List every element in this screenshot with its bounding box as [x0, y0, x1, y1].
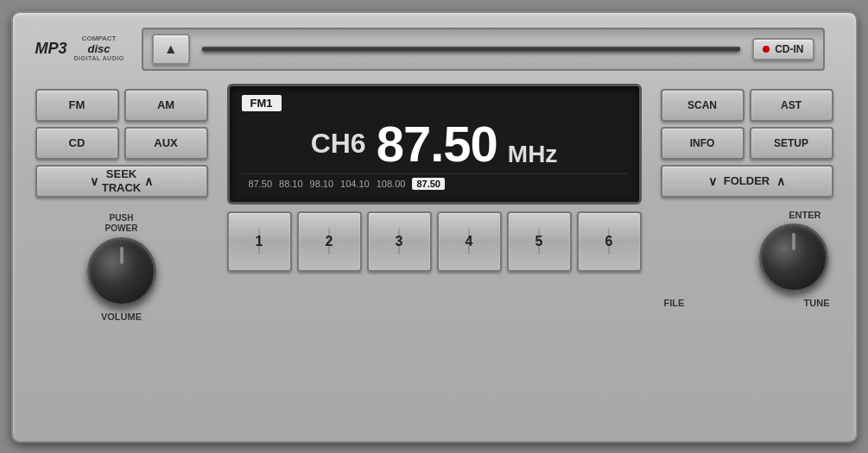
- mp3-logo: MP3: [35, 40, 67, 58]
- seek-track-label: SEEK TRACK: [102, 167, 142, 194]
- folder-label: FOLDER: [724, 174, 770, 187]
- preset-4-button[interactable]: 4: [437, 211, 502, 272]
- freq-item-4: 104.10: [340, 179, 370, 189]
- am-button[interactable]: AM: [124, 89, 208, 122]
- seek-left-arrow: ∨: [90, 174, 98, 188]
- freq-item-1: 87.50: [249, 179, 273, 189]
- cd-in-button[interactable]: CD-IN: [752, 38, 814, 60]
- freq-item-3: 98.10: [310, 179, 334, 189]
- file-label: FILE: [664, 298, 685, 308]
- file-tune-labels: FILE TUNE: [661, 298, 833, 308]
- volume-label: VOLUME: [101, 311, 142, 322]
- display-top: FM1: [242, 95, 627, 111]
- volume-knob[interactable]: [87, 237, 156, 306]
- display-main: CH6 87.50 MHz: [242, 115, 627, 173]
- cd-in-indicator: [763, 46, 770, 53]
- volume-section: PUSH POWER VOLUME: [35, 213, 208, 322]
- setup-button[interactable]: SETUP: [750, 127, 833, 160]
- frequency-bar: 87.50 88.10 98.10 104.10 108.00 87.50: [242, 173, 627, 193]
- push-power-label: PUSH POWER: [105, 213, 138, 234]
- left-panel: FM AM CD AUX ∨ SEEK TRACK ∧ PUSH POWER V…: [27, 84, 217, 432]
- radio-unit: MP3 COMPACT disc DIGITAL AUDIO ▲ CD-IN F…: [11, 11, 858, 443]
- preset-6-button[interactable]: 6: [577, 211, 642, 272]
- preset-5-button[interactable]: 5: [507, 211, 572, 272]
- ast-button[interactable]: AST: [750, 89, 833, 122]
- center-panel: FM1 CH6 87.50 MHz 87.50 88.10 98.10 104.…: [227, 84, 642, 432]
- freq-item-active: 87.50: [412, 178, 445, 190]
- enter-label: ENTER: [789, 210, 820, 220]
- cd-in-label: CD-IN: [775, 43, 803, 55]
- fm-button[interactable]: FM: [35, 89, 119, 122]
- seek-right-arrow: ∧: [144, 174, 153, 188]
- cd-slot-area: ▲ CD-IN: [142, 28, 825, 71]
- disc-line2: disc: [88, 43, 111, 55]
- folder-button[interactable]: ∨ FOLDER ∧: [661, 165, 833, 198]
- folder-left-arrow: ∨: [708, 174, 717, 188]
- mp3-disc-logo: MP3 COMPACT disc DIGITAL AUDIO: [35, 35, 124, 62]
- main-section: FM AM CD AUX ∨ SEEK TRACK ∧ PUSH POWER V…: [27, 84, 842, 432]
- right-panel: SCAN AST INFO SETUP ∨ FOLDER ∧ ENTER FIL…: [652, 84, 842, 432]
- freq-item-2: 88.10: [279, 179, 303, 189]
- unit-display: MHz: [508, 141, 558, 168]
- tune-section: ENTER FILE TUNE: [661, 210, 833, 424]
- tune-label: TUNE: [804, 298, 830, 308]
- tune-knob[interactable]: [759, 223, 828, 293]
- channel-display: CH6: [311, 128, 366, 160]
- display-screen: FM1 CH6 87.50 MHz 87.50 88.10 98.10 104.…: [227, 84, 642, 204]
- preset-2-button[interactable]: 2: [297, 211, 362, 272]
- preset-1-button[interactable]: 1: [227, 211, 292, 272]
- aux-button[interactable]: AUX: [124, 127, 208, 160]
- folder-right-arrow: ∧: [776, 174, 785, 188]
- top-section: MP3 COMPACT disc DIGITAL AUDIO ▲ CD-IN: [27, 23, 842, 75]
- eject-button[interactable]: ▲: [152, 34, 190, 65]
- source-buttons: FM AM CD AUX ∨ SEEK TRACK ∧: [35, 89, 208, 198]
- frequency-display: 87.50: [377, 119, 497, 169]
- seek-track-button[interactable]: ∨ SEEK TRACK ∧: [35, 165, 208, 198]
- cd-slot: [202, 47, 741, 52]
- preset-buttons: 1 2 3 4 5 6: [227, 211, 642, 272]
- mode-badge: FM1: [242, 95, 282, 111]
- disc-line3: DIGITAL AUDIO: [74, 55, 124, 62]
- freq-item-5: 108.00: [377, 179, 406, 189]
- right-buttons: SCAN AST INFO SETUP ∨ FOLDER ∧: [661, 89, 833, 198]
- preset-3-button[interactable]: 3: [367, 211, 432, 272]
- scan-button[interactable]: SCAN: [661, 89, 744, 122]
- cd-button[interactable]: CD: [35, 127, 119, 160]
- info-button[interactable]: INFO: [661, 127, 744, 160]
- disc-logo: COMPACT disc DIGITAL AUDIO: [74, 35, 124, 62]
